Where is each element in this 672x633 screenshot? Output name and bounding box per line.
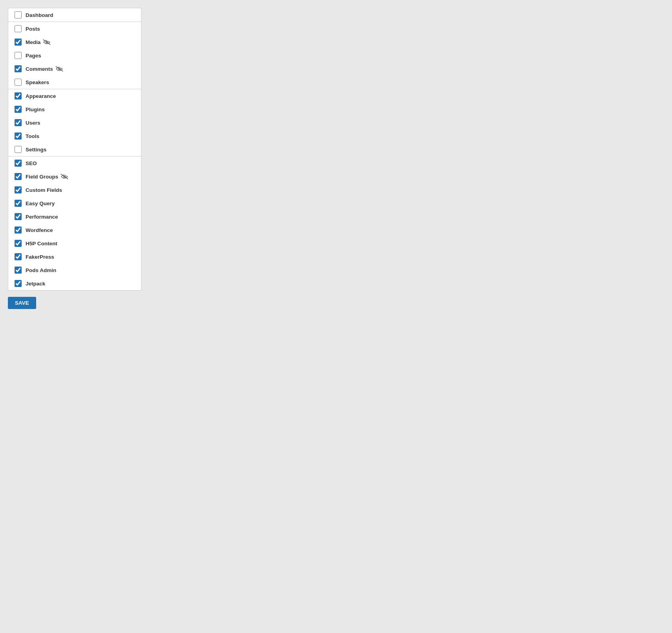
list-item: Appearance	[8, 89, 141, 103]
widget-container: DashboardPostsMedia PagesComments Speake…	[8, 8, 141, 291]
dashboard-section: Dashboard	[8, 8, 141, 22]
jetpack-checkbox[interactable]	[15, 280, 22, 287]
wordfence-label[interactable]: Wordfence	[26, 227, 53, 233]
list-item: Users	[8, 116, 141, 129]
list-item: Wordfence	[8, 223, 141, 237]
field-groups-label[interactable]: Field Groups	[26, 174, 68, 180]
eye-hidden-icon	[55, 66, 63, 72]
pages-checkbox[interactable]	[15, 52, 22, 59]
list-item: Settings	[8, 143, 141, 156]
save-button[interactable]: SAVE	[8, 297, 36, 309]
list-item: FakerPress	[8, 250, 141, 263]
dashboard-label[interactable]: Dashboard	[26, 12, 53, 18]
appearance-label[interactable]: Appearance	[26, 93, 56, 99]
jetpack-label[interactable]: Jetpack	[26, 281, 45, 287]
list-item: Speakers	[8, 75, 141, 89]
list-item: Jetpack	[8, 277, 141, 290]
comments-checkbox[interactable]	[15, 65, 22, 72]
pods-admin-checkbox[interactable]	[15, 267, 22, 274]
list-item: SEO	[8, 156, 141, 170]
fakerpress-label[interactable]: FakerPress	[26, 254, 54, 260]
plugins-checkbox[interactable]	[15, 106, 22, 113]
custom-fields-checkbox[interactable]	[15, 186, 22, 193]
seo-label[interactable]: SEO	[26, 160, 37, 166]
media-label[interactable]: Media	[26, 39, 51, 45]
plugins-label[interactable]: Plugins	[26, 107, 45, 112]
custom-fields-label[interactable]: Custom Fields	[26, 187, 62, 193]
wordfence-checkbox[interactable]	[15, 226, 22, 234]
h5p-content-label[interactable]: H5P Content	[26, 241, 57, 247]
list-item: H5P Content	[8, 237, 141, 250]
eye-hidden-icon	[43, 39, 51, 45]
admin-section: AppearancePluginsUsersToolsSettings	[8, 89, 141, 156]
list-item: Pods Admin	[8, 263, 141, 277]
easy-query-checkbox[interactable]	[15, 200, 22, 207]
list-item: Tools	[8, 129, 141, 143]
list-item: Field Groups	[8, 170, 141, 183]
posts-checkbox[interactable]	[15, 25, 22, 32]
field-groups-checkbox[interactable]	[15, 173, 22, 180]
list-item: Media	[8, 35, 141, 49]
list-item: Performance	[8, 210, 141, 223]
tools-label[interactable]: Tools	[26, 133, 39, 139]
content-section: PostsMedia PagesComments Speakers	[8, 22, 141, 89]
fakerpress-checkbox[interactable]	[15, 253, 22, 260]
seo-checkbox[interactable]	[15, 160, 22, 167]
dashboard-checkbox[interactable]	[15, 11, 22, 18]
pods-admin-label[interactable]: Pods Admin	[26, 267, 56, 273]
posts-label[interactable]: Posts	[26, 26, 40, 32]
list-item: Posts	[8, 22, 141, 35]
plugins-section: SEOField Groups Custom FieldsEasy QueryP…	[8, 156, 141, 290]
appearance-checkbox[interactable]	[15, 92, 22, 99]
comments-label[interactable]: Comments	[26, 66, 63, 72]
list-item: Comments	[8, 62, 141, 75]
pages-label[interactable]: Pages	[26, 53, 41, 59]
users-label[interactable]: Users	[26, 120, 40, 126]
eye-hidden-icon	[61, 174, 68, 179]
list-item: Plugins	[8, 103, 141, 116]
list-item: Custom Fields	[8, 183, 141, 197]
tools-checkbox[interactable]	[15, 132, 22, 140]
easy-query-label[interactable]: Easy Query	[26, 201, 55, 206]
performance-checkbox[interactable]	[15, 213, 22, 220]
settings-label[interactable]: Settings	[26, 147, 46, 153]
list-item: Easy Query	[8, 197, 141, 210]
performance-label[interactable]: Performance	[26, 214, 58, 220]
h5p-content-checkbox[interactable]	[15, 240, 22, 247]
media-checkbox[interactable]	[15, 39, 22, 46]
list-item: Pages	[8, 49, 141, 62]
speakers-label[interactable]: Speakers	[26, 79, 49, 85]
users-checkbox[interactable]	[15, 119, 22, 126]
settings-checkbox[interactable]	[15, 146, 22, 153]
list-item: Dashboard	[8, 8, 141, 22]
speakers-checkbox[interactable]	[15, 79, 22, 86]
